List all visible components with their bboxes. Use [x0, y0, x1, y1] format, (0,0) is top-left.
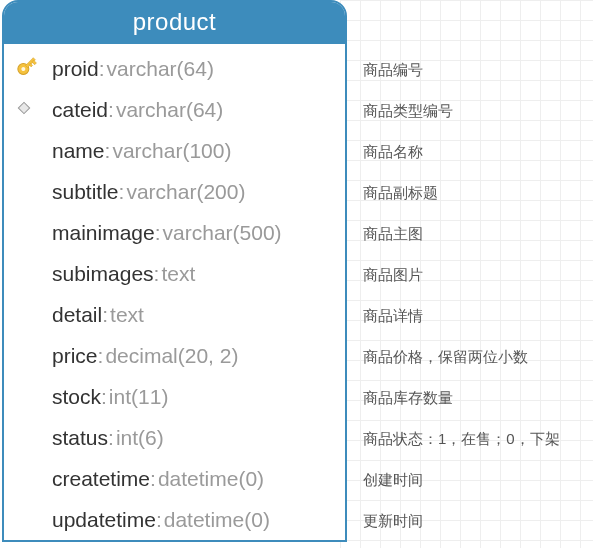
- colon-separator: :: [105, 139, 111, 163]
- colon-separator: :: [108, 98, 114, 122]
- column-name: price: [52, 344, 98, 368]
- colon-separator: :: [119, 180, 125, 204]
- column-icon-slot: [14, 98, 52, 122]
- svg-rect-4: [29, 63, 33, 67]
- column-list: proid: varchar(64)cateid: varchar(64)nam…: [4, 44, 345, 540]
- column-name: mainimage: [52, 221, 155, 245]
- column-name: updatetime: [52, 508, 156, 532]
- column-type: varchar(500): [163, 221, 282, 245]
- column-type: decimal(20, 2): [105, 344, 238, 368]
- colon-separator: :: [98, 344, 104, 368]
- column-description: 商品编号: [363, 50, 560, 91]
- colon-separator: :: [154, 262, 160, 286]
- table-card: product proid: varchar(64)cateid: varcha…: [2, 0, 347, 542]
- column-description: 商品名称: [363, 132, 560, 173]
- column-type: text: [161, 262, 195, 286]
- colon-separator: :: [155, 221, 161, 245]
- column-description: 商品类型编号: [363, 91, 560, 132]
- column-type: int(6): [116, 426, 164, 450]
- column-row: status: int(6): [4, 417, 345, 458]
- colon-separator: :: [108, 426, 114, 450]
- column-row: subimages: text: [4, 253, 345, 294]
- column-type: varchar(100): [112, 139, 231, 163]
- column-description: 商品状态：1，在售；0，下架: [363, 419, 560, 460]
- column-row: cateid: varchar(64): [4, 89, 345, 130]
- column-row: createtime: datetime(0): [4, 458, 345, 499]
- column-name: stock: [52, 385, 101, 409]
- column-row: name: varchar(100): [4, 130, 345, 171]
- column-type: varchar(200): [126, 180, 245, 204]
- column-row: subtitle: varchar(200): [4, 171, 345, 212]
- colon-separator: :: [99, 57, 105, 81]
- colon-separator: :: [101, 385, 107, 409]
- column-name: proid: [52, 57, 99, 81]
- column-row: price: decimal(20, 2): [4, 335, 345, 376]
- column-description: 商品图片: [363, 255, 560, 296]
- column-description: 创建时间: [363, 460, 560, 501]
- column-row: mainimage: varchar(500): [4, 212, 345, 253]
- column-icon-slot: [14, 54, 52, 84]
- column-type: datetime(0): [164, 508, 270, 532]
- column-row: proid: varchar(64): [4, 48, 345, 89]
- table-title: product: [4, 2, 345, 44]
- column-name: name: [52, 139, 105, 163]
- column-description: 商品价格，保留两位小数: [363, 337, 560, 378]
- column-name: cateid: [52, 98, 108, 122]
- column-description: 更新时间: [363, 501, 560, 542]
- column-name: subtitle: [52, 180, 119, 204]
- column-name: subimages: [52, 262, 154, 286]
- column-type: datetime(0): [158, 467, 264, 491]
- colon-separator: :: [150, 467, 156, 491]
- column-type: varchar(64): [107, 57, 214, 81]
- colon-separator: :: [156, 508, 162, 532]
- column-description: 商品详情: [363, 296, 560, 337]
- column-type: varchar(64): [116, 98, 223, 122]
- column-name: status: [52, 426, 108, 450]
- foreign-key-icon: [14, 98, 34, 122]
- primary-key-icon: [14, 54, 44, 84]
- column-type: text: [110, 303, 144, 327]
- column-row: detail: text: [4, 294, 345, 335]
- column-description: 商品主图: [363, 214, 560, 255]
- colon-separator: :: [102, 303, 108, 327]
- column-row: stock: int(11): [4, 376, 345, 417]
- column-row: updatetime: datetime(0): [4, 499, 345, 540]
- column-type: int(11): [109, 385, 169, 409]
- description-list: 商品编号商品类型编号商品名称商品副标题商品主图商品图片商品详情商品价格，保留两位…: [347, 0, 560, 542]
- column-name: detail: [52, 303, 102, 327]
- svg-rect-5: [18, 102, 29, 113]
- column-description: 商品副标题: [363, 173, 560, 214]
- column-description: 商品库存数量: [363, 378, 560, 419]
- column-name: createtime: [52, 467, 150, 491]
